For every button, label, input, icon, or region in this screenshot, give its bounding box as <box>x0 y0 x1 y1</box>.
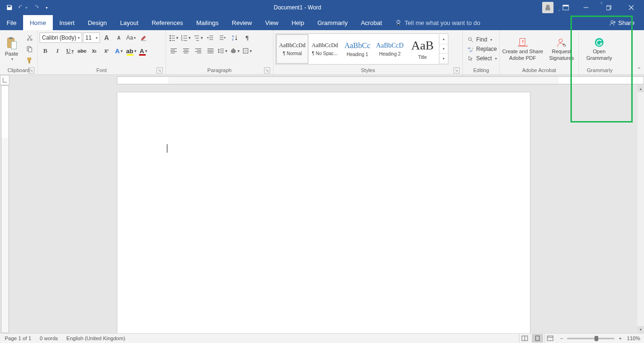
scroll-up[interactable]: ▴ <box>637 85 644 92</box>
text-effects-button[interactable]: A▾ <box>113 46 124 56</box>
save-button[interactable] <box>4 2 15 13</box>
subscript-button[interactable]: x <box>89 46 100 56</box>
tab-layout[interactable]: Layout <box>114 15 145 30</box>
vertical-ruler[interactable] <box>1 85 9 333</box>
web-layout-button[interactable] <box>545 334 556 343</box>
style-heading-1[interactable]: AaBbCcHeading 1 <box>341 34 373 64</box>
tab-insert[interactable]: Insert <box>53 15 82 30</box>
borders-button[interactable]: ▾ <box>241 46 253 56</box>
tell-me-search[interactable]: Tell me what you want to do <box>388 15 487 30</box>
customize-qat[interactable]: ▾ <box>43 2 49 13</box>
underline-button[interactable]: U▾ <box>64 46 75 56</box>
style---no-spac---[interactable]: AaBbCcDd¶ No Spac... <box>309 34 341 64</box>
strikethrough-button[interactable]: abc <box>76 46 88 56</box>
style-title[interactable]: AaBTitle <box>406 34 438 64</box>
shading-button[interactable]: ▾ <box>229 46 240 56</box>
status-bar: Page 1 of 1 0 words English (United King… <box>0 333 644 343</box>
print-layout-button[interactable] <box>532 334 543 343</box>
tab-view[interactable]: View <box>258 15 285 30</box>
styles-launcher[interactable]: ↘ <box>454 67 460 74</box>
svg-rect-12 <box>28 48 32 52</box>
font-size-combo[interactable]: 11▾ <box>83 33 100 43</box>
clipboard-launcher[interactable]: ↘ <box>28 67 34 74</box>
tab-mailings[interactable]: Mailings <box>190 15 225 30</box>
font-launcher[interactable]: ↘ <box>157 67 163 74</box>
font-color-button[interactable]: A▾ <box>138 46 149 56</box>
paragraph-launcher[interactable]: ↘ <box>264 67 270 74</box>
clear-formatting-button[interactable] <box>138 33 149 43</box>
replace-button[interactable]: abacReplace <box>465 45 500 53</box>
text-cursor <box>167 144 167 153</box>
format-painter-button[interactable] <box>24 55 35 65</box>
superscript-button[interactable]: x <box>101 46 112 56</box>
multilevel-list-button[interactable]: ▾ <box>192 33 204 43</box>
scroll-down[interactable]: ▾ <box>637 326 644 333</box>
page[interactable] <box>117 92 530 333</box>
status-words[interactable]: 0 words <box>40 335 58 341</box>
italic-button[interactable]: I <box>52 46 63 56</box>
line-spacing-button[interactable]: ▾ <box>217 46 228 56</box>
collapse-ribbon-button[interactable]: ⌃ <box>636 65 642 74</box>
tab-acrobat[interactable]: Acrobat <box>354 15 388 30</box>
style---normal[interactable]: AaBbCcDd¶ Normal <box>276 34 308 64</box>
tab-references[interactable]: References <box>145 15 190 30</box>
title-bar: ▾ ▾ Document1 - Word <box>0 0 644 15</box>
shrink-font-button[interactable]: A <box>113 33 124 43</box>
zoom-slider[interactable] <box>567 338 614 339</box>
numbering-button[interactable]: 123▾ <box>180 33 191 43</box>
decrease-indent-button[interactable] <box>205 33 216 43</box>
svg-rect-7 <box>9 37 13 39</box>
zoom-level[interactable]: 110% <box>627 335 640 341</box>
svg-point-14 <box>170 38 171 39</box>
copy-button[interactable] <box>24 44 35 54</box>
zoom-out[interactable]: − <box>560 335 563 341</box>
restore-button[interactable] <box>598 0 619 15</box>
status-page[interactable]: Page 1 of 1 <box>5 335 31 341</box>
close-button[interactable] <box>620 0 642 15</box>
minimize-button[interactable] <box>575 0 597 15</box>
tab-home[interactable]: Home <box>23 15 53 30</box>
highlight-color-button[interactable]: ab▾ <box>125 46 137 56</box>
user-avatar[interactable] <box>542 2 553 13</box>
font-name-combo[interactable]: Calibri (Body)▾ <box>40 33 82 43</box>
request-signatures-button[interactable]: RequestSignatures <box>546 33 577 65</box>
styles-gallery[interactable]: AaBbCcDd¶ NormalAaBbCcDd¶ No Spac...AaBb… <box>275 33 448 65</box>
increase-indent-button[interactable] <box>217 33 228 43</box>
open-grammarly-button[interactable]: OpenGrammarly <box>581 33 618 65</box>
svg-point-15 <box>170 40 171 41</box>
ribbon-display-options[interactable] <box>557 5 574 10</box>
share-button[interactable]: Share <box>605 15 639 30</box>
horizontal-ruler[interactable] <box>117 76 644 84</box>
redo-button[interactable] <box>30 2 41 13</box>
tab-file[interactable]: File <box>0 15 23 30</box>
align-left-button[interactable] <box>168 46 179 56</box>
bold-button[interactable]: B <box>40 46 51 56</box>
bullets-button[interactable]: ▾ <box>168 33 179 43</box>
show-marks-button[interactable]: ¶ <box>241 33 253 43</box>
cut-button[interactable] <box>24 33 35 43</box>
tab-selector[interactable] <box>0 75 9 85</box>
sort-button[interactable]: AZ <box>229 33 240 43</box>
tab-design[interactable]: Design <box>81 15 113 30</box>
find-button[interactable]: Find▾ <box>465 35 500 44</box>
undo-button[interactable]: ▾ <box>17 2 28 13</box>
window-title: Document1 - Word <box>53 4 542 11</box>
svg-point-22 <box>469 37 472 41</box>
vertical-scrollbar[interactable]: ▴ ▾ <box>637 85 644 333</box>
tab-grammarly[interactable]: Grammarly <box>311 15 354 30</box>
status-language[interactable]: English (United Kingdom) <box>66 335 125 341</box>
align-center-button[interactable] <box>180 46 191 56</box>
create-share-pdf-button[interactable]: Create and ShareAdobe PDF <box>502 33 544 65</box>
align-right-button[interactable] <box>192 46 204 56</box>
tab-review[interactable]: Review <box>225 15 259 30</box>
tab-help[interactable]: Help <box>285 15 311 30</box>
read-mode-button[interactable] <box>519 334 530 343</box>
justify-button[interactable] <box>205 46 216 56</box>
grow-font-button[interactable]: A <box>101 33 112 43</box>
change-case-button[interactable]: Aa▾ <box>125 33 137 43</box>
paste-button[interactable]: Paste ▾ <box>2 33 21 65</box>
styles-more[interactable]: ▴▾▾ <box>439 34 447 64</box>
zoom-in[interactable]: + <box>619 335 621 341</box>
select-button[interactable]: Select▾ <box>465 54 500 63</box>
style-heading-2[interactable]: AaBbCcDHeading 2 <box>374 34 406 64</box>
